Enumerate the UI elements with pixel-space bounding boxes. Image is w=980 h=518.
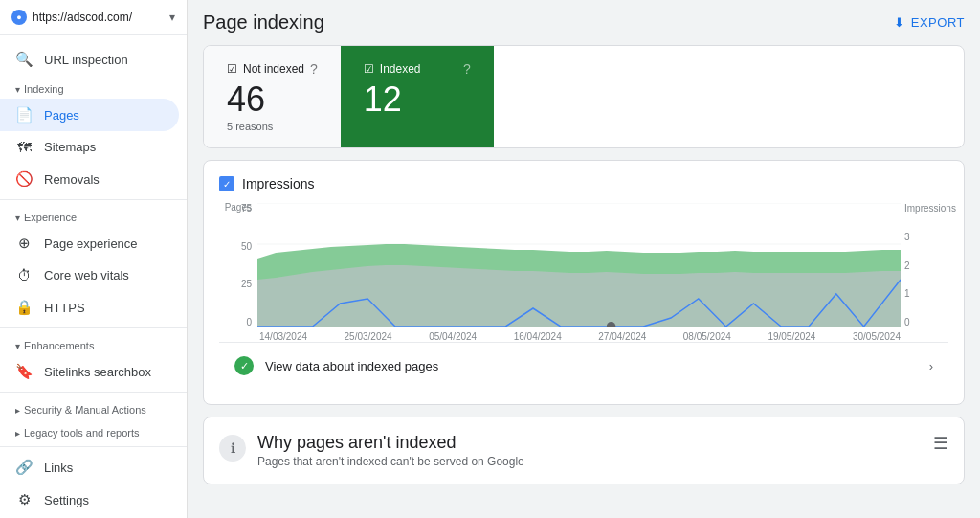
y-axis-right: Impressions 3 2 1 0 xyxy=(901,203,948,327)
sidebar-item-url-inspection[interactable]: 🔍 URL inspection xyxy=(0,43,179,76)
vitals-icon: ⏱ xyxy=(15,267,33,283)
experience-section-label[interactable]: ▾ Experience xyxy=(0,204,187,227)
page-title: Page indexing xyxy=(203,11,324,34)
indexed-header: ☑ Indexed ? xyxy=(364,61,471,77)
download-icon: ⬇ xyxy=(894,15,905,30)
not-indexed-header: ☑ Not indexed ? xyxy=(227,61,318,77)
filter-icon[interactable]: ☰ xyxy=(933,433,948,454)
x-axis-labels: 14/03/2024 25/03/2024 05/04/2024 16/04/2… xyxy=(219,327,948,342)
why-text: Why pages aren't indexed Pages that aren… xyxy=(257,433,524,468)
not-indexed-count: 46 xyxy=(227,82,318,117)
impressions-chart-card: ✓ Impressions Pages xyxy=(203,160,965,405)
chevron-icon: ▾ xyxy=(15,341,20,351)
sidebar-item-label: Page experience xyxy=(44,236,138,251)
sidebar-item-sitemaps[interactable]: 🗺 Sitemaps xyxy=(0,131,179,163)
view-data-label: View data about indexed pages xyxy=(265,359,929,373)
sidebar-item-label: URL inspection xyxy=(44,53,128,67)
why-not-indexed-card: ℹ Why pages aren't indexed Pages that ar… xyxy=(203,417,965,484)
why-title: Why pages aren't indexed xyxy=(257,433,524,453)
chart-plot-area xyxy=(257,203,901,327)
sidebar-item-pages[interactable]: 📄 Pages xyxy=(0,99,179,131)
sitemaps-icon: 🗺 xyxy=(15,139,33,155)
divider xyxy=(0,327,187,328)
chevron-icon: ▾ xyxy=(15,213,20,223)
sidebar-item-label: Settings xyxy=(44,493,89,507)
not-indexed-box: ☑ Not indexed ? 46 5 reasons xyxy=(204,46,341,147)
y-axis-left-values: 75 50 25 0 xyxy=(219,203,256,327)
indexed-count: 12 xyxy=(364,82,471,117)
sidebar-item-removals[interactable]: 🚫 Removals xyxy=(0,163,179,195)
search-icon: 🔍 xyxy=(15,51,33,68)
chevron-down-icon: ▾ xyxy=(169,11,175,24)
sidebar-item-settings[interactable]: ⚙ Settings xyxy=(0,484,179,516)
enhancements-section-label[interactable]: ▾ Enhancements xyxy=(0,332,187,355)
legend-checkbox[interactable]: ✓ xyxy=(219,176,234,191)
site-url: https://adscod.com/ xyxy=(33,11,164,24)
index-summary-card: ☑ Not indexed ? 46 5 reasons ☑ Indexed ?… xyxy=(203,45,965,148)
legend-label: Impressions xyxy=(242,176,314,191)
sidebar-item-label: Sitelinks searchbox xyxy=(44,365,151,379)
sidebar-navigation: 🔍 URL inspection ▾ Indexing 📄 Pages 🗺 Si… xyxy=(0,35,187,518)
sidebar-item-https[interactable]: 🔒 HTTPS xyxy=(0,291,179,324)
sidebar-item-label: Core web vitals xyxy=(44,268,129,282)
chevron-right-icon: ▸ xyxy=(15,428,20,439)
sidebar-item-sitelinks[interactable]: 🔖 Sitelinks searchbox xyxy=(0,355,179,388)
checkbox-icon: ☑ xyxy=(227,62,237,76)
sidebar-item-label: Sitemaps xyxy=(44,140,96,154)
main-content: Page indexing ⬇ EXPORT ☑ Not indexed ? 4… xyxy=(188,0,980,518)
checkbox-checked-icon: ☑ xyxy=(364,62,374,76)
info-circle-icon: ℹ xyxy=(219,435,246,462)
experience-icon: ⊕ xyxy=(15,235,33,252)
index-summary: ☑ Not indexed ? 46 5 reasons ☑ Indexed ?… xyxy=(204,46,964,147)
export-button[interactable]: ⬇ EXPORT xyxy=(894,15,965,30)
gear-icon: ⚙ xyxy=(15,491,33,508)
chart-container: Pages xyxy=(219,203,948,342)
indexing-section-label[interactable]: ▾ Indexing xyxy=(0,76,187,99)
indexed-box: ☑ Indexed ? 12 xyxy=(341,46,494,147)
site-favicon: ● xyxy=(11,10,27,25)
divider xyxy=(0,392,187,393)
not-indexed-sub: 5 reasons xyxy=(227,121,318,132)
page-header: Page indexing ⬇ EXPORT xyxy=(203,0,965,45)
chevron-icon: ▾ xyxy=(15,84,20,95)
sidebar-item-core-web-vitals[interactable]: ⏱ Core web vitals xyxy=(0,259,179,291)
removals-icon: 🚫 xyxy=(15,170,33,188)
pages-icon: 📄 xyxy=(15,106,33,124)
check-circle-icon: ✓ xyxy=(234,356,254,375)
sidebar-item-label: Removals xyxy=(44,172,100,187)
legacy-section-label[interactable]: ▸ Legacy tools and reports xyxy=(0,419,187,442)
divider xyxy=(0,199,187,200)
url-selector[interactable]: ● https://adscod.com/ ▾ xyxy=(0,0,187,35)
info-icon[interactable]: ? xyxy=(310,61,318,77)
sidebar-item-page-experience[interactable]: ⊕ Page experience xyxy=(0,227,179,259)
sidebar-item-links[interactable]: 🔗 Links xyxy=(0,451,179,484)
links-icon: 🔗 xyxy=(15,459,33,476)
security-section-label[interactable]: ▸ Security & Manual Actions xyxy=(0,396,187,419)
sidebar-item-label: Links xyxy=(44,461,73,475)
lock-icon: 🔒 xyxy=(15,299,33,316)
view-data-button[interactable]: ✓ View data about indexed pages › xyxy=(219,342,948,389)
why-subtitle: Pages that aren't indexed can't be serve… xyxy=(257,455,524,468)
chart-legend: ✓ Impressions xyxy=(219,176,948,191)
divider xyxy=(0,446,187,447)
why-header: ℹ Why pages aren't indexed Pages that ar… xyxy=(219,433,948,468)
sidebar: ● https://adscod.com/ ▾ 🔍 URL inspection… xyxy=(0,0,188,518)
chevron-right-icon: › xyxy=(929,359,933,373)
sidebar-item-label: Pages xyxy=(44,108,79,123)
chevron-right-icon: ▸ xyxy=(15,405,20,416)
chart-svg xyxy=(257,203,901,327)
info-icon[interactable]: ? xyxy=(463,61,471,77)
sitelinks-icon: 🔖 xyxy=(15,363,33,380)
sidebar-item-label: HTTPS xyxy=(44,301,85,315)
